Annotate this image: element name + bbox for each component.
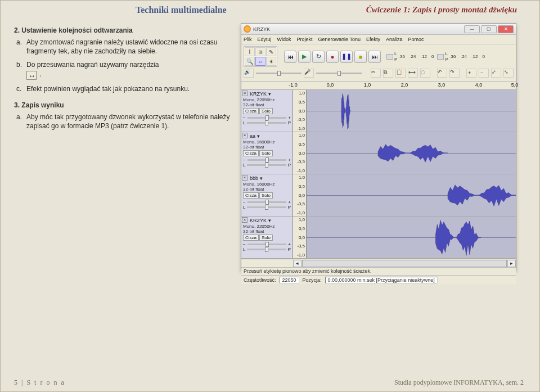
track-name[interactable]: KRZYK ▾ [250,91,291,97]
input-meter-icon [386,54,393,60]
pan-slider[interactable] [247,164,286,166]
track-header[interactable]: × aa ▾ Mono, 16000Hz32-bit float Cisza S… [241,132,293,174]
track-name[interactable]: bbb ▾ [250,175,291,181]
stop-button[interactable]: ■ [354,51,367,63]
time-shift-tool-icon [26,71,37,80]
skip-end-button[interactable]: ⏭ [368,51,381,63]
status-pos-label: Pozycja: [303,277,322,283]
close-button[interactable]: ✕ [498,25,514,33]
maximize-button[interactable]: ▢ [481,25,497,33]
waveform[interactable] [307,90,516,132]
track: × bbb ▾ Mono, 16000Hz32-bit float Cisza … [241,174,516,217]
gain-minus: − [243,242,246,247]
status-hint: Przesuń etykietę pionowo aby zmienić kol… [241,267,516,275]
track-header[interactable]: × bbb ▾ Mono, 16000Hz32-bit float Cisza … [241,174,293,216]
menu-pomoc[interactable]: Pomoc [408,37,424,42]
zoom-tool-icon[interactable]: 🔍 [245,57,255,66]
fit-selection-icon[interactable]: ⤢ [491,69,501,78]
gain-plus: + [288,157,291,163]
selection-tool-icon[interactable]: I [245,47,255,56]
multi-tool-icon[interactable]: ✶ [266,57,276,66]
gain-plus: + [288,115,291,120]
trim-icon[interactable]: ⟷ [408,69,418,78]
meter-p: P [394,57,397,62]
menu-projekt[interactable]: Projekt [297,37,313,42]
meter-l: L [394,51,397,56]
record-button[interactable]: ● [326,51,339,63]
track-close-icon[interactable]: × [242,133,248,138]
pan-l: L [243,247,245,252]
solo-button[interactable]: Solo [259,235,273,241]
mute-button[interactable]: Cisza [243,150,259,156]
solo-button[interactable]: Solo [259,150,273,156]
pan-slider[interactable] [247,206,286,208]
zoom-in-icon[interactable]: ＋ [466,69,476,78]
solo-button[interactable]: Solo [259,192,273,199]
header-right: Ćwiczenie 1: Zapis i prosty montaż dźwię… [366,5,517,15]
menu-generowanie[interactable]: Generowanie Tonu [318,37,361,42]
menu-edytuj[interactable]: Edytuj [258,37,272,42]
gain-slider[interactable] [248,201,287,203]
pan-l: L [243,205,245,210]
speaker-icon: 🔊 [244,69,254,78]
pan-slider[interactable] [247,249,286,250]
mute-button[interactable]: Cisza [243,108,259,114]
solo-button[interactable]: Solo [259,108,273,114]
meter-l: L [445,51,448,56]
scroll-right-icon[interactable]: ▸ [507,260,516,267]
menu-widok[interactable]: Widok [277,37,291,42]
mute-button[interactable]: Cisza [243,235,259,241]
footer-right: Studia podyplomowe INFORMATYKA, sem. 2 [394,379,524,387]
waveform[interactable] [307,174,516,216]
paste-icon[interactable]: 📋 [395,69,406,78]
envelope-tool-icon[interactable]: ≋ [255,47,266,56]
draw-tool-icon[interactable]: ✎ [266,47,276,56]
mute-button[interactable]: Cisza [243,192,259,199]
track-meta: Mono, 16000Hz32-bit float [243,139,291,150]
timeline-tick: 5,0 [511,82,519,88]
gain-slider[interactable] [248,159,287,161]
waveform[interactable] [307,217,516,258]
play-button[interactable]: ▶ [298,51,310,63]
track-meta: Mono, 22050Hz32-bit float [243,97,291,107]
track-close-icon[interactable]: × [242,175,248,181]
minimize-button[interactable]: — [464,25,480,33]
copy-icon[interactable]: ⧉ [383,69,393,78]
silence-icon[interactable]: ◌ [420,69,430,78]
pan-slider[interactable] [247,122,286,124]
time-shift-tool-icon[interactable]: ↔ [255,57,266,66]
timeline-ruler[interactable]: -1,0 0,0 1,0 2,0 3,0 4,0 5,0 [241,82,516,90]
track-header[interactable]: × KRZYK ▾ Mono, 22050Hz32-bit float Cisz… [241,90,293,132]
pause-button[interactable]: ❚❚ [340,51,353,63]
status-bar: Częstotliwość: 22050 Pozycja: 0:00,00000… [241,275,516,284]
menu-plik[interactable]: Plik [244,37,252,42]
audacity-screenshot: KRZYK — ▢ ✕ Plik Edytuj Widok Projekt Ge… [241,23,516,271]
track-close-icon[interactable]: × [242,217,248,223]
status-freq-value[interactable]: 22050 [280,277,299,283]
horizontal-scrollbar[interactable]: ◂ ▸ [241,259,516,267]
redo-icon[interactable]: ↷ [449,69,460,78]
output-meter-icon [437,54,444,60]
zoom-out-icon[interactable]: － [479,69,489,78]
scroll-left-icon[interactable]: ◂ [293,260,302,267]
menu-efekty[interactable]: Efekty [366,37,380,42]
skip-start-button[interactable]: ⏮ [284,51,296,63]
transport-toolbar: ⏮ ▶ ↻ ● ❚❚ ■ ⏭ [284,51,381,63]
meter-tick: 0 [431,54,434,59]
meter-tick: -12 [420,54,427,59]
menu-analiza[interactable]: Analiza [386,37,403,42]
step-2b: Do przesuwania nagrań używamy narzędzia … [26,60,232,79]
track-name[interactable]: aa ▾ [250,133,291,139]
gain-slider[interactable] [248,244,287,245]
loop-button[interactable]: ↻ [312,51,325,63]
gain-slider[interactable] [248,117,287,119]
step-2a: Aby zmontować nagranie należy ustawić wi… [26,38,232,56]
undo-icon[interactable]: ↶ [437,69,447,78]
track-close-icon[interactable]: × [242,91,248,96]
fit-project-icon[interactable]: ⤡ [503,69,514,78]
window-title: KRZYK [253,26,270,32]
waveform[interactable] [307,132,516,174]
cut-icon[interactable]: ✂ [371,69,381,78]
track-name[interactable]: KRZYK ▾ [250,218,291,223]
track-header[interactable]: × KRZYK ▾ Mono, 22050Hz32-bit float Cisz… [241,217,293,258]
